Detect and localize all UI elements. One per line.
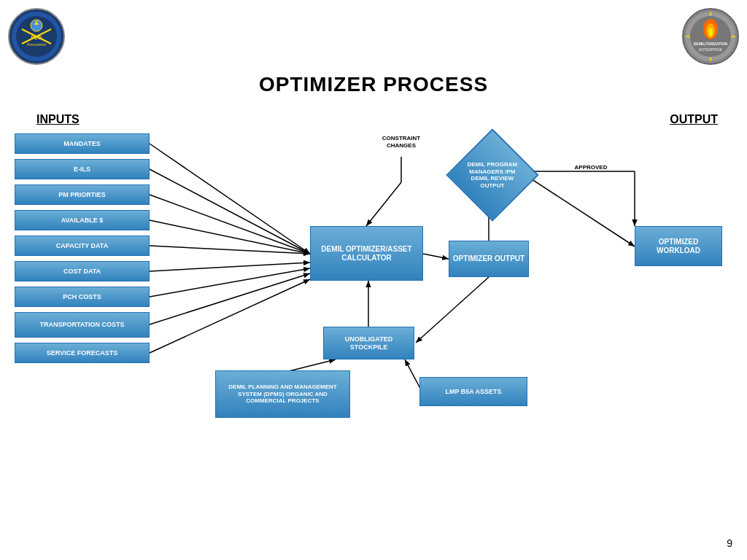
svg-text:Ammunition: Ammunition <box>27 42 47 47</box>
page-title: OPTIMIZER PROCESS <box>0 73 747 96</box>
label-output: OUTPUT <box>670 113 718 126</box>
logo-left: PEO Ammunition <box>7 7 66 66</box>
mandates-box: MANDATES <box>15 133 150 154</box>
svg-line-9 <box>150 273 310 324</box>
svg-line-16 <box>366 182 401 226</box>
svg-line-8 <box>150 268 310 297</box>
demil-optimizer-box: DEMIL OPTIMIZER/ASSET CALCULATOR <box>310 226 423 281</box>
pch-costs-box: PCH COSTS <box>15 287 150 307</box>
svg-text:DEMILITARIZATION: DEMILITARIZATION <box>694 42 728 46</box>
capacity-data-box: CAPACITY DATA <box>15 236 150 256</box>
svg-line-11 <box>423 254 449 259</box>
lmp-box: LMP B5A ASSETS <box>419 377 527 406</box>
svg-text:ENTERPRISE: ENTERPRISE <box>699 47 723 52</box>
svg-line-3 <box>150 169 310 254</box>
diamond-shape: DEMIL PROGRAM MANAGERS /PM DEMIL REVIEW … <box>446 128 538 221</box>
constraint-changes-label: CONSTRAINTCHANGES <box>372 135 430 149</box>
svg-line-5 <box>150 220 310 254</box>
page-number: 9 <box>727 537 732 549</box>
available-box: AVAILABLE $ <box>15 210 150 230</box>
e-ils-box: E-ILS <box>15 159 150 179</box>
diamond-label: DEMIL PROGRAM MANAGERS /PM DEMIL REVIEW … <box>461 160 524 190</box>
dpms-box: DEMIL PLANNING AND MANAGEMENT SYSTEM (DP… <box>215 370 350 418</box>
service-forecasts-box: SERVICE FORECASTS <box>15 343 150 363</box>
optimizer-output-box: OPTIMIZER OUTPUT <box>449 241 529 277</box>
svg-line-6 <box>150 246 310 254</box>
label-inputs: INPUTS <box>36 113 80 126</box>
cost-data-box: COST DATA <box>15 261 150 281</box>
optimized-workload-box: OPTIMIZED WORKLOAD <box>635 226 722 266</box>
approved-label: APPROVED <box>562 164 620 171</box>
svg-line-10 <box>150 279 310 353</box>
transportation-costs-box: TRANSPORTATION COSTS <box>15 312 150 338</box>
diamond-container: DEMIL PROGRAM MANAGERS /PM DEMIL REVIEW … <box>460 142 525 208</box>
svg-line-21 <box>416 277 489 343</box>
svg-point-38 <box>708 28 713 36</box>
unobligated-stockpile-box: UNOBLIGATED STOCKPILE <box>323 327 414 359</box>
svg-line-2 <box>150 144 310 254</box>
svg-line-13 <box>525 175 635 246</box>
svg-line-4 <box>150 195 310 254</box>
pm-priorities-box: PM PRIORTIES <box>15 184 150 205</box>
logo-right: DEMILITARIZATION ENTERPRISE <box>681 7 740 66</box>
svg-line-7 <box>150 262 310 271</box>
